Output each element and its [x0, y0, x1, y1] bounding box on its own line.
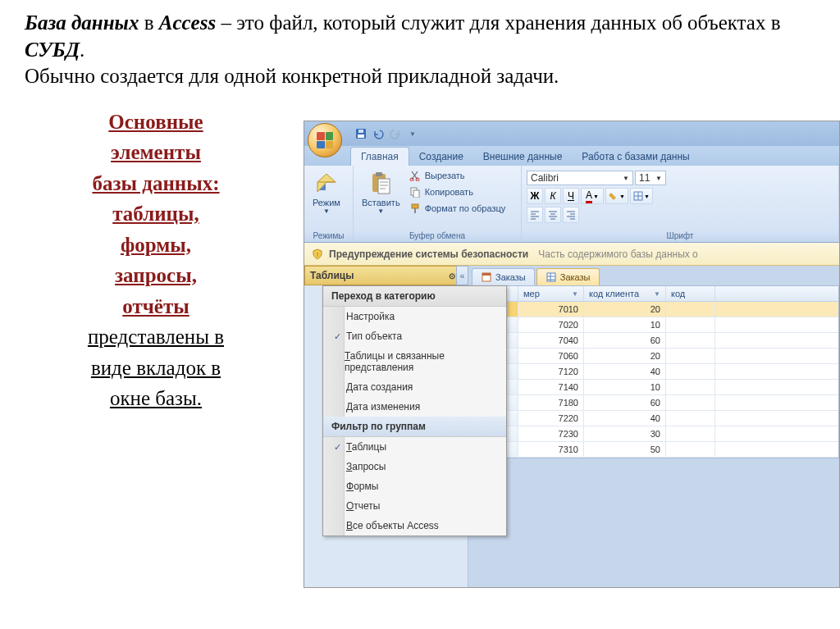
cell[interactable]: [666, 380, 715, 394]
menu-item[interactable]: Запросы: [323, 457, 506, 476]
cell[interactable]: [666, 317, 715, 332]
tab-external-data[interactable]: Внешние данные: [473, 148, 573, 166]
col-header[interactable]: код: [666, 286, 715, 301]
cell[interactable]: 7010: [518, 302, 584, 317]
cell[interactable]: 60: [584, 395, 666, 410]
cell[interactable]: 40: [584, 364, 666, 379]
cell[interactable]: 7220: [518, 411, 584, 426]
table-row[interactable]: 731050: [469, 442, 838, 458]
menu-item[interactable]: Дата создания: [323, 377, 506, 397]
qat-customize-icon[interactable]: ▼: [405, 126, 420, 141]
cell[interactable]: [666, 411, 715, 426]
table-row[interactable]: 712040: [469, 364, 838, 380]
cell[interactable]: 7120: [518, 364, 584, 379]
datasheet-grid[interactable]: мер▼ код клиента▼ код 701020702010704060…: [468, 285, 839, 458]
bold-button[interactable]: Ж: [527, 188, 543, 204]
cell[interactable]: 7020: [518, 317, 584, 332]
fill-color-button[interactable]: ▼: [605, 188, 628, 204]
font-color-button[interactable]: A▼: [581, 188, 604, 204]
tab-home[interactable]: Главная: [350, 147, 409, 166]
cell[interactable]: 20: [584, 302, 666, 317]
cell[interactable]: 7180: [518, 395, 584, 410]
cell[interactable]: 20: [584, 349, 666, 363]
cell[interactable]: 60: [584, 333, 666, 348]
nav-category-header[interactable]: Таблицы ⊙ ▾: [304, 266, 468, 285]
view-button[interactable]: Режим ▼: [309, 168, 344, 217]
cell[interactable]: 7310: [518, 442, 584, 457]
svg-rect-2: [358, 130, 363, 133]
table-row[interactable]: 706020: [469, 349, 838, 364]
menu-item[interactable]: Дата изменения: [323, 397, 506, 417]
tab-create[interactable]: Создание: [409, 148, 473, 166]
doc-tab-orders-table[interactable]: Заказы: [536, 268, 600, 285]
col-header[interactable]: код клиента▼: [584, 286, 666, 301]
cell[interactable]: 7230: [518, 426, 584, 441]
font-name-select[interactable]: Calibri▼: [527, 171, 633, 185]
cell[interactable]: 7040: [518, 333, 584, 348]
cell[interactable]: [666, 364, 715, 379]
cell[interactable]: 30: [584, 426, 666, 441]
menu-item[interactable]: Таблицы и связанные представления: [323, 346, 506, 377]
cell[interactable]: 40: [584, 411, 666, 426]
doc-tab-orders-form[interactable]: Заказы: [472, 268, 535, 285]
cell[interactable]: [666, 426, 715, 441]
cell[interactable]: 10: [584, 317, 666, 332]
align-left-button[interactable]: [527, 207, 543, 223]
cell[interactable]: [666, 349, 715, 363]
term-subd: СУБД: [25, 39, 80, 61]
menu-item-label: Тип объекта: [346, 330, 402, 342]
menu-item-label: Формы: [346, 481, 378, 492]
gridlines-button[interactable]: ▼: [630, 188, 653, 204]
cell[interactable]: [666, 395, 715, 410]
navigation-pane: Таблицы ⊙ ▾ « Переход в категорию Настро…: [304, 266, 468, 587]
menu-item-label: Настройка: [346, 311, 395, 322]
grid-header-row: мер▼ код клиента▼ код: [469, 286, 838, 302]
undo-icon[interactable]: [371, 126, 386, 141]
svg-rect-4: [376, 172, 382, 176]
tab-database-tools[interactable]: Работа с базами данны: [572, 148, 699, 166]
copy-button[interactable]: Копировать: [407, 185, 508, 199]
format-painter-button[interactable]: Формат по образцу: [407, 201, 508, 216]
cut-button[interactable]: Вырезать: [407, 168, 508, 183]
menu-item[interactable]: Отчеты: [323, 496, 506, 516]
table-row[interactable]: 704060: [469, 333, 838, 349]
menu-item[interactable]: Настройка: [323, 307, 506, 326]
col-header[interactable]: мер▼: [518, 286, 584, 301]
table-row[interactable]: 702010: [469, 317, 838, 333]
shield-icon: !: [311, 248, 324, 261]
paste-button[interactable]: Вставить ▼: [358, 168, 404, 217]
menu-item-label: Запросы: [346, 461, 386, 472]
slide-heading: База данных в Access – это файл, который…: [0, 0, 840, 90]
cell[interactable]: [666, 302, 715, 317]
table-row[interactable]: 723030: [469, 426, 838, 442]
align-right-button[interactable]: [563, 207, 579, 223]
term-access: Access: [159, 11, 216, 34]
menu-item[interactable]: Все объекты Access: [323, 516, 506, 536]
menu-item[interactable]: ✓Тип объекта: [323, 326, 506, 346]
redo-icon[interactable]: [388, 126, 403, 141]
ribbon: Режим ▼ Режимы Вставить ▼ Вырезать Копир…: [304, 166, 839, 243]
table-row[interactable]: 714010: [469, 380, 838, 395]
italic-button[interactable]: К: [545, 188, 561, 204]
cell[interactable]: [666, 442, 715, 457]
table-row[interactable]: 718060: [469, 395, 838, 411]
table-row[interactable]: 722040: [469, 411, 838, 426]
align-center-button[interactable]: [545, 207, 561, 223]
font-size-select[interactable]: 11▼: [635, 171, 666, 185]
cell[interactable]: 50: [584, 442, 666, 457]
table-icon: [546, 271, 557, 283]
nav-collapse-button[interactable]: «: [456, 266, 468, 285]
cell[interactable]: 10: [584, 380, 666, 394]
cell[interactable]: 7140: [518, 380, 584, 394]
cell[interactable]: [666, 333, 715, 348]
table-row[interactable]: 701020: [469, 302, 838, 317]
cell[interactable]: 7060: [518, 349, 584, 363]
office-button[interactable]: [308, 123, 342, 157]
menu-item[interactable]: Формы: [323, 476, 506, 496]
document-area: Заказы Заказы мер▼ код клиента▼ код 7010…: [468, 266, 839, 587]
underline-button[interactable]: Ч: [563, 188, 579, 204]
menu-item-label: Отчеты: [346, 500, 381, 512]
term-db: База данных: [25, 11, 139, 34]
menu-item[interactable]: ✓Таблицы: [323, 437, 506, 457]
save-icon[interactable]: [354, 126, 368, 141]
